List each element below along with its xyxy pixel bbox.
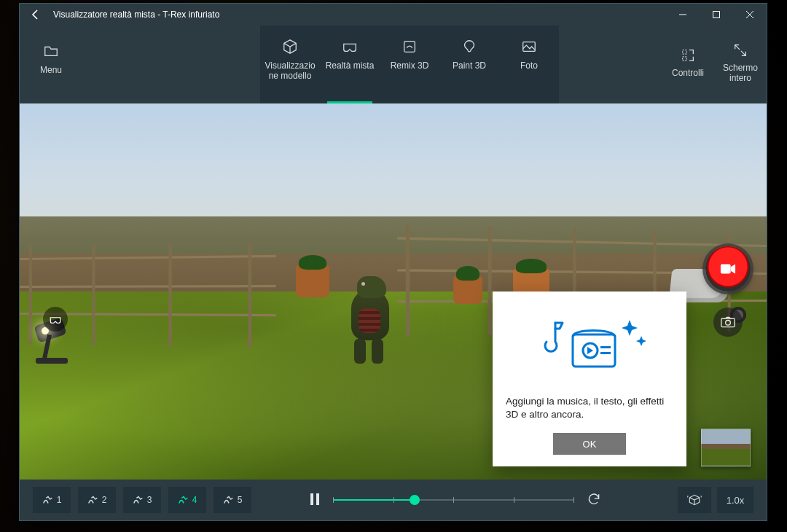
tab-label: Visualizzazio ne modello — [262, 60, 318, 81]
scale-value[interactable]: 1.0x — [717, 487, 753, 513]
animation-number: 3 — [147, 495, 152, 505]
controls-label: Controlli — [672, 68, 704, 78]
controls-button[interactable]: Controlli — [662, 30, 714, 95]
menu-button[interactable]: Menu — [23, 30, 79, 88]
svg-rect-0 — [713, 12, 720, 18]
viewport[interactable]: Aggiungi la musica, il testo, gli effett… — [20, 103, 767, 480]
timeline-knob[interactable] — [410, 495, 420, 505]
photo-icon — [521, 39, 537, 55]
svg-rect-10 — [310, 493, 313, 505]
run-anim-icon — [42, 495, 54, 505]
svg-rect-3 — [721, 265, 731, 274]
fullscreen-label: Schermo intero — [714, 63, 767, 83]
svg-rect-11 — [316, 493, 319, 505]
controls-icon — [680, 47, 696, 63]
record-video-button[interactable] — [705, 246, 751, 292]
app-window: Visualizzatore realtà mista - T-Rex infu… — [19, 3, 767, 521]
mixed-reality-icon — [342, 39, 358, 55]
scale-cube-icon — [687, 493, 702, 506]
tab-label: Paint 3D — [450, 60, 489, 71]
run-anim-icon — [178, 495, 189, 505]
run-anim-icon — [133, 495, 144, 505]
animation-1-button[interactable]: 1 — [33, 487, 71, 513]
back-button[interactable] — [20, 4, 52, 26]
svg-rect-1 — [404, 42, 415, 52]
toolbar: Menu Visualizzazio ne modello Realtà mis… — [20, 26, 767, 103]
pause-button[interactable] — [310, 493, 320, 507]
tab-label: Remix 3D — [388, 60, 432, 71]
bottom-bar: 1 2 3 4 5 — [20, 480, 767, 520]
svg-rect-9 — [600, 352, 611, 354]
animation-5-button[interactable]: 5 — [214, 487, 251, 513]
last-capture-thumbnail[interactable] — [701, 429, 751, 466]
mixed-reality-badge[interactable] — [43, 307, 68, 332]
animation-2-button[interactable]: 2 — [78, 487, 116, 513]
popup-illustration — [506, 306, 673, 386]
folder-icon — [43, 43, 59, 59]
loop-button[interactable] — [587, 492, 601, 509]
video-icon — [720, 263, 736, 275]
run-anim-icon — [223, 495, 235, 505]
svg-point-5 — [726, 321, 731, 326]
fullscreen-button[interactable]: Schermo intero — [714, 30, 767, 95]
tab-mixed-reality[interactable]: Realtà mista — [320, 26, 380, 103]
title-bar[interactable]: Visualizzatore realtà mista - T-Rex infu… — [20, 4, 767, 26]
paint3d-icon — [461, 39, 477, 55]
menu-label: Menu — [40, 65, 62, 75]
animation-number: 1 — [57, 495, 62, 505]
tab-photo[interactable]: Foto — [499, 26, 559, 103]
minimize-button[interactable] — [666, 4, 700, 26]
animation-number: 2 — [102, 495, 107, 505]
animation-4-button[interactable]: 4 — [168, 487, 206, 513]
animation-number: 4 — [192, 495, 197, 505]
take-photo-button[interactable] — [713, 308, 743, 337]
animation-3-button[interactable]: 3 — [123, 487, 161, 513]
tab-paint-3d[interactable]: Paint 3D — [439, 26, 499, 103]
tip-popup: Aggiungi la musica, il testo, gli effett… — [493, 292, 686, 466]
svg-rect-6 — [573, 335, 615, 367]
window-title: Visualizzatore realtà mista - T-Rex infu… — [52, 9, 219, 20]
animation-timeline[interactable] — [333, 493, 573, 507]
trex-model[interactable] — [341, 276, 407, 364]
maximize-button[interactable] — [700, 4, 733, 26]
popup-text: Aggiungi la musica, il testo, gli effett… — [506, 395, 673, 421]
svg-rect-4 — [721, 318, 735, 327]
tab-remix-3d[interactable]: Remix 3D — [380, 26, 439, 103]
reset-scale-button[interactable] — [678, 487, 711, 513]
tab-label: Realtà mista — [323, 60, 377, 71]
pause-icon — [310, 493, 320, 505]
cube-icon — [282, 39, 298, 55]
popup-ok-button[interactable]: OK — [553, 433, 626, 455]
animation-number: 5 — [238, 495, 243, 505]
tab-label: Foto — [517, 60, 541, 71]
close-button[interactable] — [733, 4, 767, 26]
svg-rect-8 — [600, 346, 611, 348]
remix3d-icon — [402, 39, 418, 55]
camera-icon — [721, 316, 735, 328]
tab-group: Visualizzazio ne modello Realtà mista Re… — [260, 26, 559, 103]
tab-view-model[interactable]: Visualizzazio ne modello — [260, 26, 320, 103]
run-anim-icon — [87, 495, 99, 505]
fullscreen-icon — [732, 42, 748, 58]
loop-icon — [587, 492, 601, 506]
